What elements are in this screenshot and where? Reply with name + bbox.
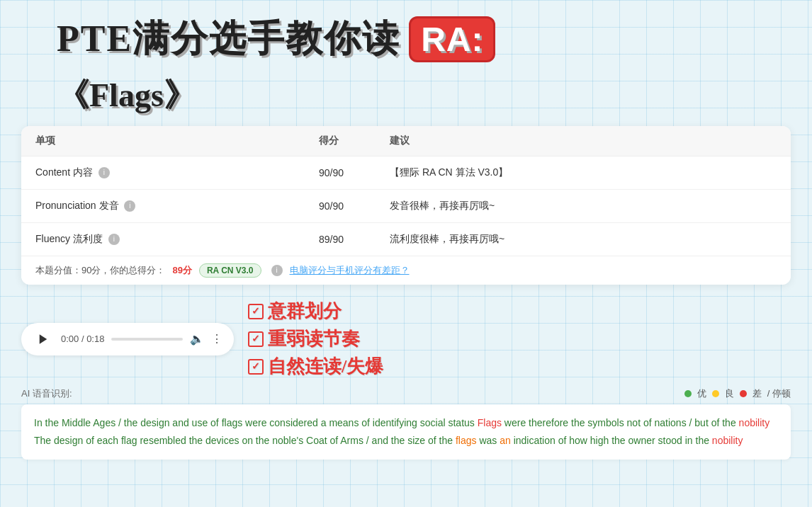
row-advice-1: 发音很棒，再接再厉哦~ [376, 190, 791, 223]
checklist: ✓ 意群划分 ✓ 重弱读节奏 ✓ 自然连读/失爆 [248, 299, 383, 379]
footer-link[interactable]: 电脑评分与手机评分有差距？ [290, 264, 410, 277]
table-row: Content 内容 i 90/90 【狸际 RA CN 算法 V3.0】 [21, 156, 791, 190]
info-icon-pronunciation[interactable]: i [124, 200, 135, 212]
page-wrapper: PTE满分选手教你读 RA: 《Flags》 单项 得分 建议 Content … [0, 0, 812, 507]
title-area: PTE满分选手教你读 RA: [21, 14, 791, 64]
score-table: 单项 得分 建议 Content 内容 i 90/90 【狸际 RA CN 算法… [21, 126, 791, 256]
check-item-2: ✓ 自然连读/失爆 [248, 354, 383, 379]
row-score-1: 90/90 [305, 190, 376, 223]
check-item-0: ✓ 意群划分 [248, 299, 383, 324]
title-subtitle: 《Flags》 [21, 74, 791, 118]
ai-label-row: AI 语音识别: 优 良 差 / 停顿 [21, 387, 791, 400]
legend-dot-good [684, 390, 692, 397]
text-seg-4: The design of each flag resembled the de… [34, 435, 456, 446]
row-item-2: Fluency 流利度 i [21, 223, 305, 256]
text-seg-8: indication of how high the owner stood i… [511, 435, 712, 446]
row-score-2: 89/90 [305, 223, 376, 256]
total-label: 本题分值：90分，你的总得分： [35, 264, 165, 277]
text-seg-9: nobility [712, 435, 743, 446]
row-item-0: Content 内容 i [21, 156, 305, 190]
text-seg-7: an [500, 435, 511, 446]
info-icon-fluency[interactable]: i [108, 234, 120, 245]
title-line1: PTE满分选手教你读 [57, 14, 400, 64]
row-score-0: 90/90 [305, 156, 376, 190]
text-seg-0: In the Middle Ages / the design and use … [34, 417, 478, 428]
text-seg-3: nobility [739, 417, 770, 428]
checkbox-0[interactable]: ✓ [248, 304, 264, 319]
checkbox-2[interactable]: ✓ [248, 359, 264, 375]
info-icon-footer[interactable]: i [271, 265, 283, 276]
text-seg-2: were therefore the symbols not of nation… [502, 417, 739, 428]
row-advice-2: 流利度很棒，再接再厉哦~ [376, 223, 791, 256]
play-icon [40, 334, 47, 344]
text-seg-6: was [477, 435, 500, 446]
total-score: 89分 [172, 264, 191, 277]
score-footer: 本题分值：90分，你的总得分： 89分 RA CN V3.0 i 电脑评分与手机… [21, 256, 791, 285]
audio-player: 0:00 / 0:18 🔈 ⋮ [21, 323, 234, 355]
row-advice-0: 【狸际 RA CN 算法 V3.0】 [376, 156, 791, 190]
col-header-score: 得分 [305, 126, 376, 156]
text-seg-1: Flags [478, 417, 502, 428]
text-seg-5: flags [456, 435, 477, 446]
legend-dot-ok [712, 390, 719, 397]
row-item-1: Pronunciation 发音 i [21, 190, 305, 223]
info-icon-content[interactable]: i [98, 167, 110, 178]
ai-label: AI 语音识别: [21, 387, 72, 400]
checkbox-1[interactable]: ✓ [248, 331, 264, 347]
text-content: In the Middle Ages / the design and use … [21, 404, 791, 460]
score-table-wrapper: 单项 得分 建议 Content 内容 i 90/90 【狸际 RA CN 算法… [21, 126, 791, 285]
legend-label-good: 优 [697, 387, 706, 400]
legend-dot-bad [740, 390, 747, 397]
volume-icon[interactable]: 🔈 [190, 332, 204, 346]
more-icon[interactable]: ⋮ [211, 332, 222, 346]
audio-section: 0:00 / 0:18 🔈 ⋮ ✓ 意群划分 ✓ 重弱读节奏 ✓ 自然连读/失爆 [21, 292, 791, 383]
check-item-1: ✓ 重弱读节奏 [248, 326, 383, 351]
table-row: Pronunciation 发音 i 90/90 发音很棒，再接再厉哦~ [21, 190, 791, 223]
legend-label-pause: / 停顿 [767, 387, 791, 400]
table-row: Fluency 流利度 i 89/90 流利度很棒，再接再厉哦~ [21, 223, 791, 256]
col-header-item: 单项 [21, 126, 305, 156]
progress-bar[interactable] [111, 338, 183, 341]
time-display: 0:00 / 0:18 [61, 334, 104, 344]
legend: 优 良 差 / 停顿 [684, 387, 791, 400]
title-ra-badge: RA: [409, 16, 495, 62]
ra-badge: RA CN V3.0 [199, 263, 261, 278]
legend-label-ok: 良 [725, 387, 734, 400]
title-main: PTE满分选手教你读 RA: [57, 14, 495, 64]
ai-section: AI 语音识别: 优 良 差 / 停顿 In the Middle Ages /… [21, 387, 791, 460]
play-button[interactable] [33, 329, 54, 350]
legend-label-bad: 差 [752, 387, 762, 400]
col-header-advice: 建议 [376, 126, 791, 156]
